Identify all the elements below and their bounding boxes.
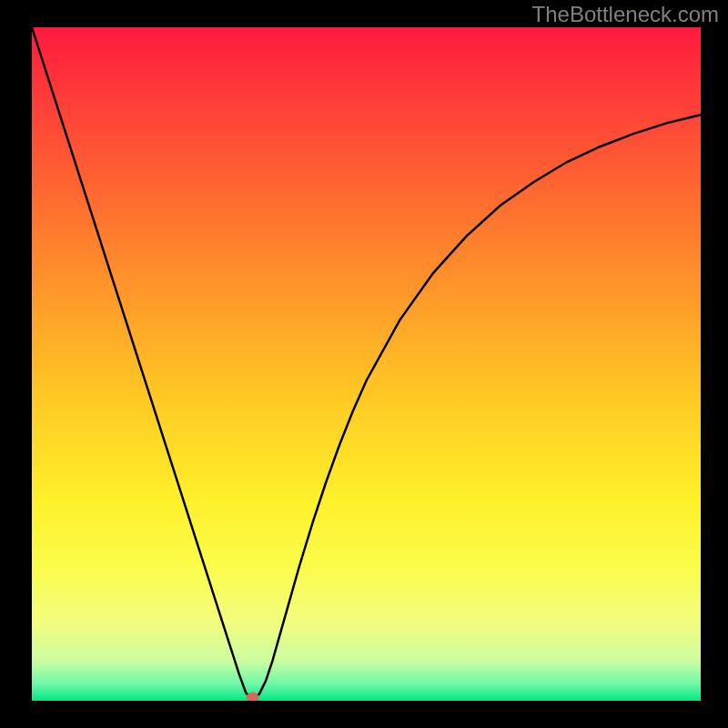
watermark-label: TheBottleneck.com bbox=[532, 2, 719, 27]
plot-area bbox=[32, 27, 701, 701]
chart-container: TheBottleneck.com bbox=[0, 0, 728, 728]
gradient-background bbox=[32, 27, 701, 701]
chart-svg bbox=[32, 27, 701, 701]
